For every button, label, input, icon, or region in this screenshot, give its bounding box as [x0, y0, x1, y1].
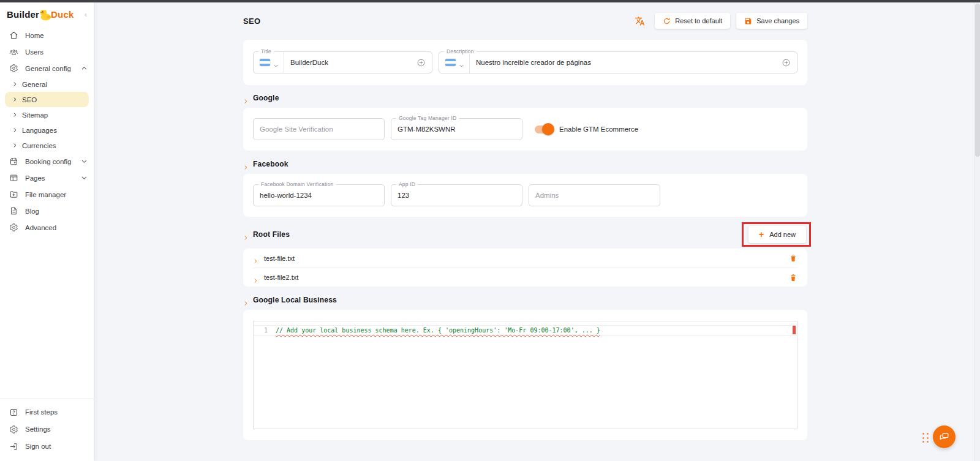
sidebar-item-label: SEO: [22, 96, 37, 103]
plus-icon: +: [759, 230, 764, 239]
sidebar-item-sign-out[interactable]: Sign out: [0, 438, 94, 455]
gear-icon: [9, 64, 18, 73]
settings-gear-icon: [9, 425, 18, 434]
sidebar-item-label: Users: [25, 48, 43, 56]
brand-logo[interactable]: Builder Duck: [7, 7, 74, 21]
facebook-domain-input[interactable]: [254, 192, 384, 199]
description-field: Description: [439, 51, 797, 73]
page-title: SEO: [243, 17, 260, 26]
sidebar-item-currencies[interactable]: Currencies: [5, 138, 89, 153]
chat-icon: [938, 431, 950, 443]
sidebar-item-label: Sign out: [25, 443, 51, 450]
sidebar-collapse-icon[interactable]: ‹: [83, 10, 89, 19]
add-new-file-button[interactable]: + Add new: [748, 226, 806, 243]
error-overview-marker: [793, 326, 796, 334]
facebook-section-header: Facebook: [243, 159, 807, 169]
advanced-gear-icon: [9, 223, 18, 232]
sidebar-footer: First steps Settings Sign out: [0, 399, 94, 461]
translate-icon[interactable]: [635, 16, 645, 26]
root-files-section-header: Root Files + Add new: [243, 224, 807, 245]
sidebar-item-general-config[interactable]: General config: [0, 60, 94, 77]
drag-handle-dots[interactable]: [922, 433, 929, 443]
title-input[interactable]: [284, 59, 414, 66]
facebook-card: Facebook Domain Verification App ID: [243, 174, 807, 217]
app-id-field-label: App ID: [396, 181, 418, 187]
sidebar-item-advanced[interactable]: Advanced: [0, 219, 94, 236]
sidebar-item-users[interactable]: Users: [0, 43, 94, 60]
sidebar-item-file-manager[interactable]: File manager: [0, 186, 94, 203]
sidebar-item-blog[interactable]: Blog: [0, 203, 94, 219]
sidebar-item-label: File manager: [25, 191, 66, 198]
gtm-id-field-label: Google Tag Manager ID: [396, 115, 459, 121]
help-icon: [9, 408, 18, 417]
chevron-right-icon: [12, 143, 18, 148]
sidebar-item-seo[interactable]: SEO: [5, 92, 89, 107]
document-icon: [9, 206, 18, 216]
admins-field: [529, 184, 660, 206]
description-language-select[interactable]: [439, 52, 470, 73]
page-scrollbar[interactable]: [974, 2, 980, 461]
sidebar-item-label: Pages: [25, 174, 45, 182]
google-section-header: Google: [243, 93, 807, 103]
scrollbar-thumb[interactable]: [975, 4, 980, 157]
home-icon: [9, 31, 18, 40]
chevron-right-icon: [243, 232, 249, 238]
sidebar-item-label: Blog: [25, 208, 39, 215]
brand-text-duck: Duck: [51, 9, 74, 20]
argentina-flag-icon: [445, 59, 456, 66]
gtm-ecommerce-toggle[interactable]: [535, 126, 552, 133]
admins-input[interactable]: [529, 192, 660, 199]
sidebar-item-first-steps[interactable]: First steps: [0, 403, 94, 421]
delete-file-icon[interactable]: [789, 273, 797, 282]
page-header: SEO Reset to default: [243, 2, 807, 29]
gtm-id-field: Google Tag Manager ID: [391, 118, 522, 140]
save-icon: [744, 17, 752, 25]
toggle-knob: [542, 123, 554, 135]
facebook-domain-field-label: Facebook Domain Verification: [258, 181, 336, 187]
code-current-line: 1 // Add your local business schema here…: [254, 325, 797, 335]
sidebar: Builder Duck ‹ Home: [0, 0, 94, 461]
sidebar-nav: Home Users General config General SEO: [0, 27, 94, 236]
section-title: Root Files: [253, 230, 290, 239]
description-input[interactable]: [470, 59, 779, 66]
description-field-label: Description: [444, 48, 477, 54]
google-site-verification-input[interactable]: [254, 126, 384, 133]
app-window: Builder Duck ‹ Home: [0, 0, 980, 461]
sidebar-item-label: Settings: [25, 425, 51, 433]
sidebar-item-sitemap[interactable]: Sitemap: [5, 107, 89, 122]
root-files-heading: Root Files: [243, 230, 290, 239]
file-name: test-file2.txt: [264, 274, 298, 281]
chevron-down-icon: [273, 60, 279, 66]
add-translation-icon[interactable]: [782, 58, 791, 67]
chevron-right-icon[interactable]: [253, 255, 258, 261]
code-editor[interactable]: 1 // Add your local business schema here…: [253, 321, 797, 429]
chevron-right-icon: [243, 298, 249, 303]
sidebar-item-booking-config[interactable]: Booking config: [0, 153, 94, 170]
sidebar-item-label: First steps: [25, 408, 58, 416]
chevron-right-icon[interactable]: [253, 275, 258, 280]
chat-widget: [933, 425, 956, 448]
google-site-verification-field: [253, 118, 385, 140]
reset-to-default-button[interactable]: Reset to default: [655, 13, 730, 29]
reset-icon: [663, 17, 671, 25]
sidebar-item-pages[interactable]: Pages: [0, 170, 94, 186]
file-row[interactable]: test-file2.txt: [253, 268, 797, 287]
gtm-id-input[interactable]: [391, 126, 522, 133]
sidebar-item-languages[interactable]: Languages: [5, 122, 89, 138]
google-card: Google Tag Manager ID Enable GTM Ecommer…: [243, 108, 807, 151]
chat-button[interactable]: [933, 425, 956, 448]
sign-out-icon: [9, 442, 18, 451]
save-changes-button[interactable]: Save changes: [736, 13, 807, 29]
file-row[interactable]: test-file.txt: [253, 249, 797, 268]
delete-file-icon[interactable]: [789, 253, 797, 263]
title-language-select[interactable]: [254, 52, 284, 73]
sidebar-item-settings[interactable]: Settings: [0, 421, 94, 438]
section-title: Google Local Business: [253, 296, 337, 304]
sidebar-item-label: Currencies: [22, 142, 56, 149]
add-translation-icon[interactable]: [417, 58, 426, 67]
sidebar-item-general[interactable]: General: [5, 77, 89, 92]
sidebar-item-label: General config: [25, 65, 71, 72]
sidebar-item-home[interactable]: Home: [0, 27, 94, 43]
facebook-domain-field: Facebook Domain Verification: [253, 184, 385, 206]
app-id-input[interactable]: [391, 192, 522, 199]
